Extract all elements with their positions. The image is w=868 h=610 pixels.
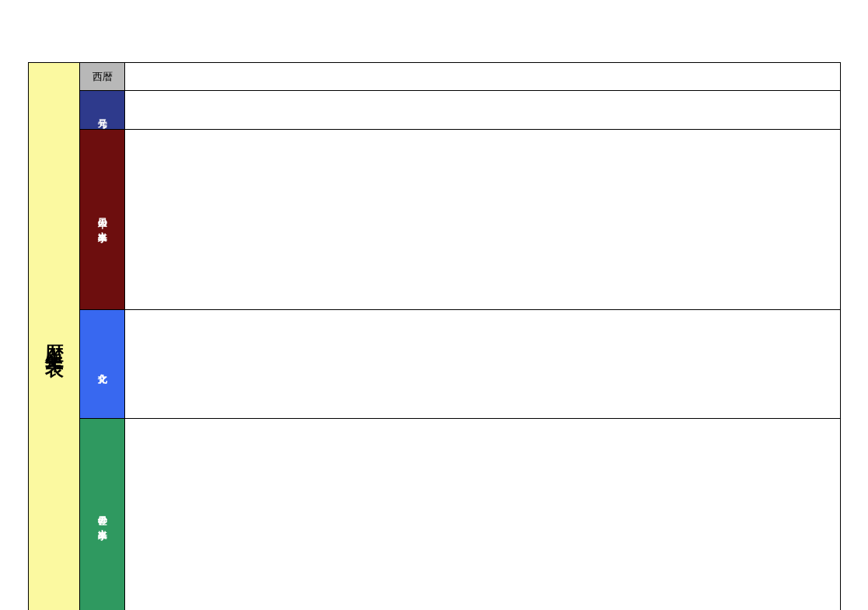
table-title: 歴史年表 [29,63,80,611]
row-label-japan: 日本の出来事 [80,130,125,310]
row-content-world [125,419,841,611]
row-content-seireki [125,63,841,91]
row-content-gengo [125,91,841,130]
row-content-japan [125,130,841,310]
row-label-seireki: 西暦 [80,63,125,91]
row-label-gengo: 元号 [80,91,125,130]
row-label-world: 世界の出来事 [80,419,125,611]
row-content-culture [125,310,841,419]
history-timeline-table: 歴史年表 西暦 元号 日本の出来事 文化 世界の出来事 [28,62,841,610]
row-label-culture: 文化 [80,310,125,419]
